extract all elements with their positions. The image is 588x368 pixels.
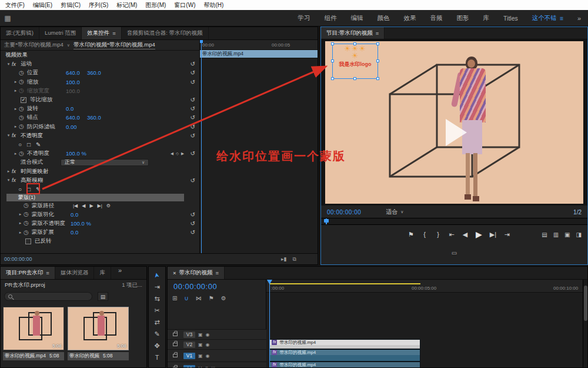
twirl-icon[interactable]: ▾ bbox=[5, 62, 12, 67]
program-tab[interactable]: 节目:带水印的视频 ≡ bbox=[321, 27, 385, 39]
mask-track-forward-icon[interactable]: ▶| bbox=[98, 203, 102, 208]
mini-timeline-ruler[interactable]: 00:00 00:00:05 bbox=[200, 40, 318, 50]
panel-menu-icon[interactable]: ≡ bbox=[46, 270, 49, 276]
solo-button[interactable]: S bbox=[205, 366, 208, 368]
workspace-tab[interactable]: 音频 bbox=[423, 14, 450, 22]
watermark-selection[interactable]: ☀☀☀☀ 我是水印logo bbox=[332, 44, 378, 79]
track-toggle-icon[interactable]: ▣ bbox=[198, 342, 203, 347]
stopwatch-icon[interactable]: ◷ bbox=[24, 211, 32, 217]
home-icon[interactable]: ▦ bbox=[0, 14, 15, 22]
pen-tool[interactable]: ✎ bbox=[154, 330, 159, 338]
param-value[interactable]: 100.0 bbox=[66, 79, 87, 85]
timeline-ruler[interactable]: :00:0000:00:05:0000:00:10:00 bbox=[266, 280, 583, 293]
param-value[interactable]: 0.0 bbox=[71, 211, 92, 218]
watermark-handle-ne[interactable] bbox=[376, 42, 379, 45]
twirl-icon[interactable]: ▸ bbox=[17, 221, 24, 226]
timeline-clip-a1[interactable]: fx带水印的视频.mp4 bbox=[269, 362, 420, 367]
reset-icon[interactable]: ↺ bbox=[191, 105, 195, 112]
program-timecode[interactable]: 00:00:00:00 bbox=[327, 209, 361, 216]
workspace-overflow-icon[interactable]: » bbox=[570, 15, 588, 22]
twirl-icon[interactable]: ▸ bbox=[12, 124, 19, 129]
param-value[interactable]: 0.0 bbox=[71, 229, 92, 236]
program-export-frame-icon[interactable]: ▣ bbox=[564, 231, 570, 238]
program-play-icon[interactable]: ▶ bbox=[476, 230, 482, 239]
playhead[interactable] bbox=[269, 280, 270, 367]
param-value[interactable]: 360.0 bbox=[87, 69, 108, 76]
blend-mode-select[interactable]: 正常∨ bbox=[61, 159, 149, 167]
project-item-name[interactable]: 带水印的视频5:08 bbox=[68, 352, 129, 360]
effects-panel-tab[interactable]: 效果控件≡ bbox=[82, 27, 122, 39]
watermark-handle-se[interactable] bbox=[376, 77, 379, 80]
reset-icon[interactable]: ↺ bbox=[191, 61, 195, 67]
timeline-scrollbar[interactable] bbox=[583, 280, 587, 367]
project-search-box[interactable] bbox=[4, 292, 92, 301]
stopwatch-icon[interactable]: ◷ bbox=[19, 106, 27, 112]
watermark-handle-nw[interactable] bbox=[331, 42, 334, 45]
menu-item[interactable]: 图形(M) bbox=[141, 1, 170, 9]
workspace-menu-icon[interactable]: ≡ bbox=[560, 15, 563, 22]
reset-icon[interactable]: ↺ bbox=[191, 69, 195, 76]
reset-icon[interactable]: ↺ bbox=[191, 124, 195, 130]
menu-item[interactable]: 序列(S) bbox=[85, 1, 112, 9]
watermark-handle-sw[interactable] bbox=[331, 77, 334, 80]
twirl-icon[interactable]: ▾ bbox=[5, 133, 12, 138]
track-target-v3[interactable]: V3 bbox=[183, 331, 195, 338]
zoom-level-select[interactable]: 适合 ∨ bbox=[386, 208, 403, 216]
mask-item[interactable]: 蒙版(1) bbox=[15, 194, 184, 201]
playback-resolution[interactable]: 1/2 bbox=[573, 209, 582, 216]
play-edit-icon[interactable]: ▸▮ bbox=[281, 256, 286, 263]
track-toggle-icon[interactable]: ▣ bbox=[198, 353, 203, 359]
ripple-edit-tool[interactable]: ⇆ bbox=[154, 295, 159, 303]
effect-name[interactable]: 时间重映射 bbox=[21, 168, 49, 175]
project-item[interactable]: 5:08带水印的视频.mp45:08 bbox=[3, 307, 64, 360]
watermark-handle-n[interactable] bbox=[353, 42, 356, 45]
scrubber-playhead[interactable] bbox=[326, 218, 327, 224]
stopwatch-icon[interactable]: ◷ bbox=[24, 203, 32, 208]
reset-icon[interactable]: ↺ bbox=[191, 211, 195, 218]
selection-tool[interactable]: ➤ bbox=[153, 272, 161, 279]
add-keyframe-icon[interactable]: ◇ bbox=[176, 151, 179, 156]
checkbox[interactable] bbox=[25, 238, 31, 244]
stopwatch-icon[interactable]: ◷ bbox=[19, 88, 27, 94]
effect-name[interactable]: 不透明度 bbox=[21, 132, 43, 140]
program-go-to-in-icon[interactable]: ⇤ bbox=[449, 231, 455, 238]
timeline-settings-icon[interactable]: ⊞ bbox=[172, 295, 177, 301]
project-panel-tab[interactable]: 媒体浏览器 bbox=[55, 267, 95, 279]
twirl-icon[interactable]: ▸ bbox=[12, 88, 19, 93]
param-value[interactable]: 0.00 bbox=[66, 124, 87, 130]
program-go-to-out-icon[interactable]: ⇥ bbox=[504, 231, 510, 238]
track-target-a1[interactable]: A1 bbox=[183, 365, 195, 368]
search-input[interactable] bbox=[15, 294, 80, 300]
project-item-thumbnail[interactable]: 5:08 bbox=[3, 307, 64, 350]
ellipse-mask-icon[interactable]: ○ bbox=[18, 141, 22, 148]
slip-tool[interactable]: ⇄ bbox=[154, 319, 159, 326]
program-scrubber[interactable] bbox=[321, 218, 587, 225]
checkbox[interactable]: ✓ bbox=[21, 97, 26, 103]
program-step-back-icon[interactable]: ◀ bbox=[462, 231, 468, 238]
menu-item[interactable]: 编辑(E) bbox=[29, 1, 56, 9]
workspace-tab[interactable]: 效果 bbox=[397, 14, 423, 22]
mini-playhead-handle[interactable] bbox=[200, 40, 203, 43]
effects-panel-tab[interactable]: Lumetri 范围 bbox=[39, 27, 82, 39]
track-lock-icon[interactable] bbox=[173, 354, 178, 357]
watermark-handle-e[interactable] bbox=[376, 59, 379, 62]
panel-menu-icon[interactable]: ≡ bbox=[216, 270, 219, 276]
project-item[interactable]: 5:08带水印的视频5:08 bbox=[68, 307, 129, 360]
panel-menu-icon[interactable]: ≡ bbox=[112, 30, 116, 37]
mask-step-back-icon[interactable]: ◀ bbox=[82, 203, 85, 208]
menu-item[interactable]: 窗口(W) bbox=[170, 1, 199, 9]
param-value[interactable]: 100.0 % bbox=[66, 150, 87, 157]
workspace-tab[interactable]: 图形 bbox=[450, 14, 476, 22]
program-mark-out-icon[interactable]: } bbox=[435, 231, 441, 238]
video-frame[interactable]: ☀☀☀☀ 我是水印logo bbox=[325, 41, 583, 204]
project-item-name[interactable]: 带水印的视频.mp45:08 bbox=[3, 352, 64, 360]
project-overflow-icon[interactable]: » bbox=[111, 267, 129, 279]
snap-icon[interactable]: ∪ bbox=[184, 295, 188, 301]
watermark-handle-w[interactable] bbox=[331, 59, 334, 62]
mask-method-icon[interactable]: ⚙ bbox=[106, 203, 111, 208]
effects-timecode[interactable]: 00:00:00:00 bbox=[4, 256, 32, 262]
param-value[interactable]: 360.0 bbox=[87, 114, 108, 121]
program-add-marker-icon[interactable]: ⚑ bbox=[408, 231, 414, 238]
track-output-icon[interactable]: ◉ bbox=[206, 342, 210, 347]
stopwatch-icon[interactable]: ◷ bbox=[19, 79, 27, 85]
